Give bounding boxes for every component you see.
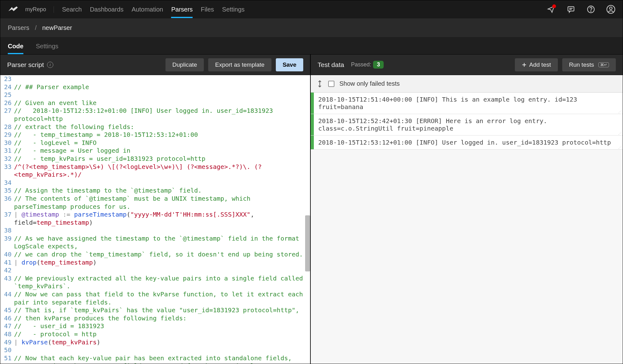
export-template-button[interactable]: Export as template xyxy=(208,58,271,71)
code-line[interactable]: 31// - message = User logged in xyxy=(0,147,310,155)
test-item[interactable]: 2018-10-15T12:51:40+00:00 [INFO] This is… xyxy=(311,93,623,114)
keyboard-icon: ⌘↵ xyxy=(598,62,609,67)
comments-icon[interactable] xyxy=(567,5,575,14)
code-line[interactable]: 32// - temp_kvPairs = user_id=1831923 pr… xyxy=(0,155,310,163)
code-editor[interactable]: 2324// ## Parser example2526// Given an … xyxy=(0,75,310,364)
line-number: 24 xyxy=(0,83,14,91)
line-number: 41 xyxy=(0,259,14,267)
code-line[interactable]: 27// 2018-10-15T12:53:12+01:00 [INFO] Us… xyxy=(0,107,310,123)
line-number: 34 xyxy=(0,179,14,187)
code-line[interactable]: 49| kvParse(temp_kvPairs) xyxy=(0,338,310,347)
code-pane: 2324// ## Parser example2526// Given an … xyxy=(0,75,311,364)
scrollbar-thumb[interactable] xyxy=(305,215,310,271)
repo-name[interactable]: myRepo xyxy=(25,6,54,13)
line-number: 44 xyxy=(0,290,14,306)
code-line[interactable]: 40// we can drop the `temp_timestamp` fi… xyxy=(0,251,310,259)
topnav-item-dashboards[interactable]: Dashboards xyxy=(90,1,123,18)
code-line[interactable]: 51// Now that each key-value pair has be… xyxy=(0,354,310,362)
code-line[interactable]: 36// The contents of `@timestamp` must b… xyxy=(0,195,310,211)
line-number: 42 xyxy=(0,266,14,275)
resize-grip-icon[interactable]: ⋰ xyxy=(618,132,623,135)
code-line[interactable]: 46// then kvParse produces the following… xyxy=(0,314,310,323)
code-line[interactable]: 44// Now we can pass that field to the k… xyxy=(0,290,310,306)
user-avatar-icon[interactable] xyxy=(606,5,615,14)
line-number: 29 xyxy=(0,131,14,139)
test-item[interactable]: 2018-10-15T12:52:42+01:30 [ERROR] Here i… xyxy=(311,114,623,136)
code-line[interactable]: 29// - temp_timestamp = 2018-10-15T12:53… xyxy=(0,131,310,139)
topnav-item-parsers[interactable]: Parsers xyxy=(171,1,193,18)
resize-grip-icon[interactable]: ⋰ xyxy=(618,110,623,114)
topnav-items: SearchDashboardsAutomationParsersFilesSe… xyxy=(62,1,245,18)
svg-rect-0 xyxy=(568,7,574,11)
line-number: 27 xyxy=(0,107,14,123)
tab-settings[interactable]: Settings xyxy=(36,39,58,54)
resize-grip-icon[interactable]: ⋰ xyxy=(618,146,623,149)
test-data-title: Test data xyxy=(318,61,344,69)
tests-list: 2018-10-15T12:51:40+00:00 [INFO] This is… xyxy=(311,93,623,364)
line-number: 25 xyxy=(0,91,14,99)
topnav: myRepo SearchDashboardsAutomationParsers… xyxy=(0,0,623,18)
code-line[interactable]: 43// We previously extracted all the key… xyxy=(0,275,310,290)
logo-icon[interactable] xyxy=(8,4,18,14)
notification-badge xyxy=(552,4,556,8)
save-button[interactable]: Save xyxy=(276,58,303,71)
code-line[interactable]: 35// Assign the timestamp to the `@times… xyxy=(0,187,310,195)
line-number: 33 xyxy=(0,163,14,179)
plus-icon xyxy=(522,62,527,67)
test-status-pass xyxy=(311,136,314,149)
tab-code[interactable]: Code xyxy=(8,39,23,54)
parser-script-title: Parser script i xyxy=(7,61,53,69)
line-number: 35 xyxy=(0,187,14,195)
code-line[interactable]: 33/^(?<temp_timestamp>\S+) \[(?<logLevel… xyxy=(0,163,310,179)
add-test-button[interactable]: Add test xyxy=(515,58,558,71)
code-line[interactable]: 45// That is, if `temp_kvPairs` has the … xyxy=(0,306,310,314)
code-line[interactable]: 42 xyxy=(0,266,310,275)
notifications-icon[interactable] xyxy=(547,5,555,14)
line-number: 30 xyxy=(0,139,14,147)
topnav-item-files[interactable]: Files xyxy=(201,1,214,18)
topnav-item-automation[interactable]: Automation xyxy=(132,1,163,18)
code-line[interactable]: 50 xyxy=(0,346,310,354)
topnav-item-settings[interactable]: Settings xyxy=(222,1,245,18)
line-number: 52 xyxy=(0,362,14,364)
run-tests-button[interactable]: Run tests ⌘↵ xyxy=(562,58,616,71)
code-line[interactable]: 37| @timestamp := parseTimestamp("yyyy-M… xyxy=(0,211,310,227)
help-icon[interactable] xyxy=(587,5,595,14)
expand-collapse-icon[interactable] xyxy=(316,80,323,87)
test-status-pass xyxy=(311,114,314,135)
tests-filter-bar: Show only failed tests xyxy=(311,75,623,93)
tests-pane: Show only failed tests 2018-10-15T12:51:… xyxy=(311,75,623,364)
code-line[interactable]: 38 xyxy=(0,227,310,235)
test-item[interactable]: 2018-10-15T12:53:12+01:00 [INFO] User lo… xyxy=(311,136,623,150)
line-number: 49 xyxy=(0,338,14,347)
topnav-item-search[interactable]: Search xyxy=(62,1,82,18)
code-line[interactable]: 41| drop(temp_timestamp) xyxy=(0,259,310,267)
test-text: 2018-10-15T12:51:40+00:00 [INFO] This is… xyxy=(314,93,618,114)
line-number: 38 xyxy=(0,227,14,235)
duplicate-button[interactable]: Duplicate xyxy=(165,58,204,71)
line-number: 50 xyxy=(0,346,14,354)
show-only-failed-checkbox[interactable] xyxy=(328,81,334,87)
code-line[interactable]: 39// As we have assigned the timestamp t… xyxy=(0,235,310,251)
code-line[interactable]: 48// - protocol = http xyxy=(0,330,310,338)
code-line[interactable]: 23 xyxy=(0,75,310,83)
breadcrumb-root[interactable]: Parsers xyxy=(8,24,29,31)
line-number: 48 xyxy=(0,330,14,338)
line-number: 36 xyxy=(0,195,14,211)
code-line[interactable]: 24// ## Parser example xyxy=(0,83,310,91)
code-line[interactable]: 47// - user_id = 1831923 xyxy=(0,322,310,330)
code-line[interactable]: 25 xyxy=(0,91,310,99)
code-line[interactable]: 30// - logLevel = INFO xyxy=(0,139,310,147)
info-icon[interactable]: i xyxy=(47,62,53,68)
code-line[interactable]: 28// extract the following fields: xyxy=(0,123,310,131)
breadcrumb-current: newParser xyxy=(42,24,72,31)
code-line[interactable]: 34 xyxy=(0,179,310,187)
code-line[interactable]: 26// Given an event like xyxy=(0,99,310,107)
svg-point-6 xyxy=(610,7,612,9)
line-number: 39 xyxy=(0,235,14,251)
line-number: 46 xyxy=(0,314,14,323)
code-line[interactable]: 52// we can drop the temporary field we … xyxy=(0,362,310,364)
main: 2324// ## Parser example2526// Given an … xyxy=(0,75,623,364)
line-number: 47 xyxy=(0,322,14,330)
line-number: 28 xyxy=(0,123,14,131)
